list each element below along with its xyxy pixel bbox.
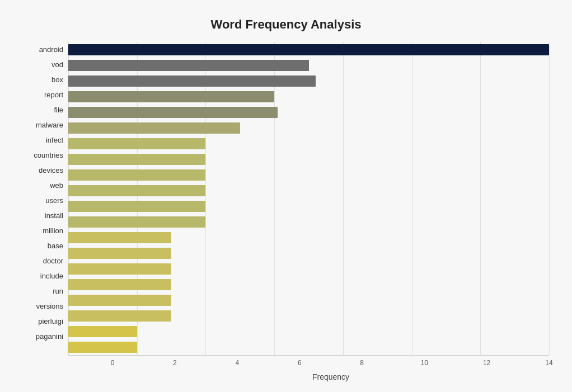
y-label: countries — [34, 148, 63, 163]
bar — [68, 342, 137, 353]
bar-row — [68, 339, 549, 355]
x-tick: 12 — [483, 359, 490, 367]
bar-row — [68, 58, 549, 73]
y-label: paganini — [36, 329, 63, 344]
bar-row — [68, 89, 549, 105]
y-label: box — [51, 72, 63, 87]
bar-row — [68, 152, 549, 167]
x-axis: 02468101214 — [112, 359, 549, 370]
y-label: vod — [51, 57, 63, 72]
y-label: million — [43, 223, 63, 238]
bar — [68, 295, 171, 306]
bar — [68, 232, 171, 243]
bar — [68, 169, 205, 181]
bar-row — [68, 308, 549, 324]
bar-row — [68, 120, 549, 136]
bar — [68, 44, 549, 55]
y-label: install — [45, 208, 63, 223]
x-axis-label: Frequency — [112, 372, 549, 381]
y-label: infect — [46, 133, 63, 148]
bar-row — [68, 261, 549, 277]
y-label: include — [40, 268, 63, 284]
bar — [68, 60, 309, 71]
bar — [68, 122, 240, 134]
bar — [68, 75, 316, 87]
bar — [68, 279, 171, 290]
bar-row — [68, 324, 549, 339]
y-label: pierluigi — [38, 314, 63, 329]
y-label: doctor — [43, 253, 63, 268]
bar-row — [68, 230, 549, 245]
y-label: run — [53, 284, 63, 299]
bar-row — [68, 292, 549, 308]
bar-row — [68, 73, 549, 89]
bars-area — [68, 42, 549, 356]
bar — [68, 248, 171, 259]
bar-row — [68, 199, 549, 214]
x-tick: 14 — [545, 359, 552, 367]
x-tick: 2 — [173, 359, 177, 367]
chart-area: androidvodboxreportfilemalwareinfectcoun… — [23, 42, 549, 344]
bar — [68, 201, 205, 212]
y-label: web — [50, 178, 63, 193]
bar-row — [68, 245, 549, 261]
x-tick: 10 — [420, 359, 428, 367]
bar — [68, 216, 205, 228]
bar — [68, 185, 205, 196]
bar — [68, 263, 171, 275]
bar — [68, 154, 205, 165]
x-tick: 0 — [111, 359, 115, 367]
bar-row — [68, 105, 549, 120]
y-label: file — [54, 102, 63, 117]
y-label: versions — [36, 299, 63, 314]
bar — [68, 138, 205, 149]
y-label: base — [48, 238, 63, 253]
y-label: android — [39, 42, 63, 57]
y-labels: androidvodboxreportfilemalwareinfectcoun… — [23, 42, 68, 344]
y-label: users — [45, 193, 63, 208]
bar-row — [68, 277, 549, 292]
bar — [68, 310, 171, 322]
bar-row — [68, 167, 549, 183]
bar-row — [68, 214, 549, 230]
x-tick: 4 — [236, 359, 240, 367]
bar-row — [68, 136, 549, 152]
bar-row — [68, 183, 549, 199]
bar-row — [68, 42, 549, 58]
bar — [68, 326, 137, 337]
chart-container: Word Frequency Analysis androidvodboxrep… — [6, 6, 566, 386]
y-label: malware — [36, 117, 63, 133]
y-label: report — [44, 87, 63, 102]
x-tick: 6 — [298, 359, 302, 367]
x-tick: 8 — [360, 359, 364, 367]
y-label: devices — [39, 163, 63, 178]
bar — [68, 91, 274, 102]
chart-title: Word Frequency Analysis — [23, 17, 549, 32]
bar — [68, 107, 278, 118]
